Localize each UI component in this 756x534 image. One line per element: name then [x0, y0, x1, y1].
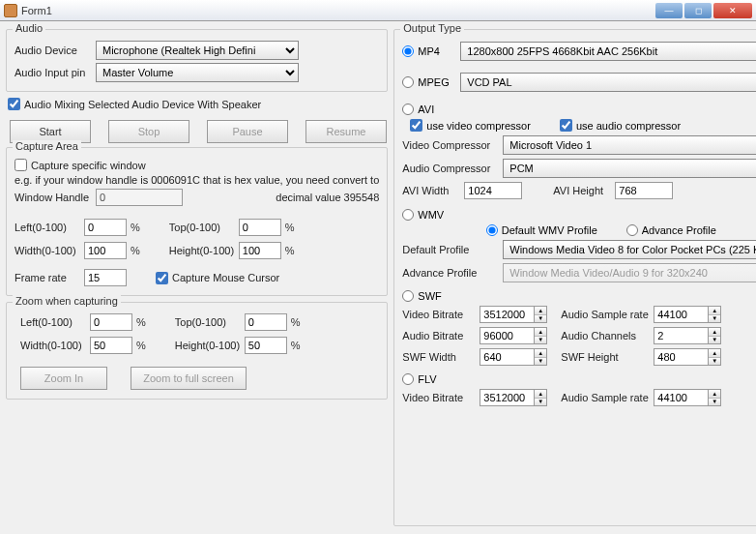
advance-wmv-radio[interactable]	[626, 224, 638, 236]
stop-button[interactable]: Stop	[108, 120, 189, 143]
zoom-top-input[interactable]	[245, 313, 287, 331]
avi-width-label: AVI Width	[402, 185, 460, 196]
zoom-in-button[interactable]: Zoom In	[20, 367, 107, 390]
capture-width-label: Width(0-100)	[15, 245, 80, 256]
titlebar: Form1 — ◻ ✕	[0, 0, 756, 21]
mpeg-radio[interactable]	[402, 76, 414, 88]
zoom-height-input[interactable]	[245, 337, 287, 354]
swf-height-spinner[interactable]: ▲▼	[654, 348, 721, 366]
pause-button[interactable]: Pause	[207, 120, 288, 143]
capture-cursor-checkbox[interactable]	[156, 272, 168, 284]
pct: %	[131, 222, 140, 233]
mp4-select[interactable]: 1280x800 25FPS 4668Kbit AAC 256Kbit	[460, 42, 756, 61]
audio-sample-spinner[interactable]: ▲▼	[654, 306, 721, 323]
flv-video-bitrate-label: Video Bitrate	[402, 392, 476, 403]
audio-device-select[interactable]: Microphone (Realtek High Defini	[96, 41, 299, 60]
swf-width-spinner[interactable]: ▲▼	[480, 348, 547, 366]
zoom-group-title: Zoom when capturing	[13, 295, 121, 307]
audio-device-label: Audio Device	[15, 44, 92, 56]
up-icon[interactable]: ▲	[535, 307, 546, 315]
audio-channels-label: Audio Channels	[561, 330, 650, 341]
audio-comp-label: Audio Compressor	[402, 163, 499, 174]
mpeg-label: MPEG	[418, 76, 449, 88]
default-profile-label: Default Profile	[402, 244, 499, 255]
audio-sample-label: Audio Sample rate	[561, 309, 650, 320]
window-title: Form1	[21, 5, 654, 16]
audio-bitrate-spinner[interactable]: ▲▼	[480, 327, 547, 344]
use-audio-comp-checkbox[interactable]	[560, 119, 572, 132]
video-comp-select[interactable]: Microsoft Video 1	[503, 135, 756, 155]
wmv-label: WMV	[418, 209, 444, 221]
minimize-button[interactable]: —	[655, 3, 683, 18]
wmv-radio[interactable]	[402, 209, 414, 221]
capture-left-input[interactable]	[84, 219, 127, 236]
video-comp-label: Video Compressor	[402, 139, 499, 151]
swf-height-label: SWF Height	[561, 351, 650, 363]
zoom-group: Zoom when capturing Left(0-100) % Top(0-…	[6, 302, 388, 400]
capture-specific-label: Capture specific window	[31, 160, 146, 171]
capture-area-title: Capture Area	[13, 140, 81, 152]
app-icon	[4, 4, 17, 17]
capture-specific-checkbox[interactable]	[15, 159, 27, 171]
avi-label: AVI	[418, 104, 434, 115]
capture-height-input[interactable]	[239, 242, 281, 259]
use-video-comp-label: use video compressor	[426, 120, 531, 132]
audio-group: Audio Audio Device Microphone (Realtek H…	[6, 29, 388, 92]
flv-audio-sample-spinner[interactable]: ▲▼	[654, 389, 721, 406]
capture-cursor-label: Capture Mouse Cursor	[172, 272, 279, 283]
flv-label: FLV	[418, 373, 436, 385]
use-video-comp-checkbox[interactable]	[410, 119, 422, 132]
frame-rate-label: Frame rate	[15, 272, 80, 283]
decimal-value-label: decimal value 395548	[276, 192, 379, 203]
audio-input-select[interactable]: Master Volume	[96, 63, 299, 82]
audio-bitrate-label: Audio Bitrate	[402, 330, 476, 341]
window-handle-input[interactable]	[96, 189, 183, 206]
capture-width-input[interactable]	[84, 242, 127, 259]
zoom-left-input[interactable]	[90, 313, 132, 331]
flv-radio[interactable]	[402, 373, 414, 385]
use-audio-comp-label: use audio compressor	[576, 120, 681, 132]
close-button[interactable]: ✕	[713, 3, 752, 18]
capture-height-label: Height(0-100)	[169, 245, 235, 256]
output-type-group: Output Type MP4 1280x800 25FPS 4668Kbit …	[393, 29, 756, 526]
zoom-top-label: Top(0-100)	[175, 316, 241, 328]
default-profile-select[interactable]: Windows Media Video 8 for Color Pocket P…	[503, 240, 756, 259]
advance-profile-label: Advance Profile	[402, 267, 499, 279]
capture-top-input[interactable]	[239, 219, 281, 236]
audio-comp-select[interactable]: PCM	[503, 159, 756, 178]
default-wmv-radio[interactable]	[486, 224, 498, 236]
zoom-width-input[interactable]	[90, 337, 132, 354]
advance-profile-select: Window Media Video/Audio 9 for 320x240	[503, 263, 756, 282]
avi-height-input[interactable]	[615, 182, 673, 199]
avi-width-input[interactable]	[464, 182, 522, 199]
zoom-full-button[interactable]: Zoom to full screen	[131, 367, 247, 390]
zoom-left-label: Left(0-100)	[20, 316, 86, 328]
avi-radio[interactable]	[402, 104, 414, 115]
audio-mixing-checkbox[interactable]	[8, 98, 20, 110]
zoom-height-label: Height(0-100)	[175, 340, 241, 351]
swf-radio[interactable]	[402, 290, 414, 302]
advance-wmv-label: Advance Profile	[642, 224, 716, 236]
maximize-button[interactable]: ◻	[684, 3, 712, 18]
swf-width-label: SWF Width	[402, 351, 476, 363]
down-icon[interactable]: ▼	[535, 315, 546, 323]
avi-height-label: AVI Height	[553, 185, 611, 196]
audio-input-label: Audio Input pin	[15, 67, 92, 78]
default-wmv-label: Default WMV Profile	[502, 224, 597, 236]
audio-mixing-label: Audio Mixing Selected Audio Device With …	[24, 99, 261, 110]
mp4-label: MP4	[418, 45, 440, 57]
swf-label: SWF	[418, 290, 441, 302]
audio-channels-spinner[interactable]: ▲▼	[654, 327, 721, 344]
frame-rate-input[interactable]	[84, 269, 127, 286]
mp4-radio[interactable]	[402, 45, 414, 57]
output-type-title: Output Type	[400, 22, 464, 34]
capture-left-label: Left(0-100)	[15, 222, 80, 233]
window-handle-label: Window Handle	[15, 192, 92, 203]
flv-audio-sample-label: Audio Sample rate	[561, 392, 650, 403]
video-bitrate-label: Video Bitrate	[402, 309, 476, 320]
capture-top-label: Top(0-100)	[169, 222, 235, 233]
resume-button[interactable]: Resume	[305, 120, 387, 143]
mpeg-select[interactable]: VCD PAL	[460, 73, 756, 92]
flv-video-bitrate-spinner[interactable]: ▲▼	[480, 389, 547, 406]
video-bitrate-spinner[interactable]: ▲▼	[480, 306, 547, 323]
